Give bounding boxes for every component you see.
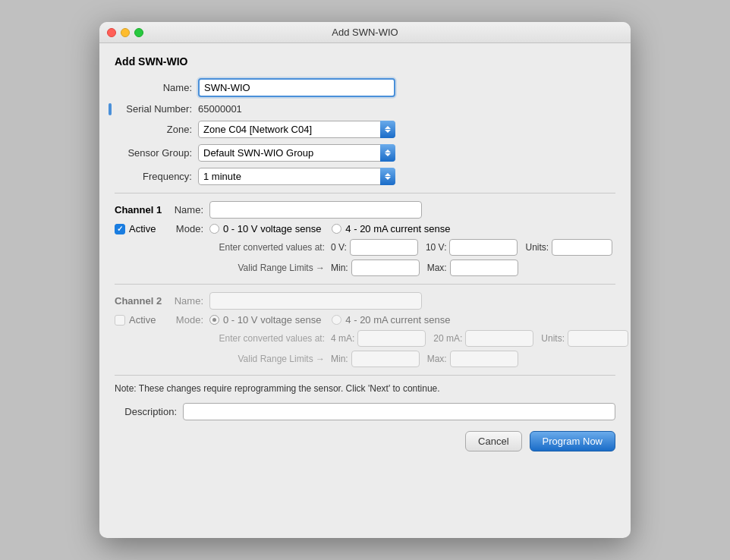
channel2-max-key: Max:	[427, 354, 447, 364]
channel1-units-group: Units:	[525, 239, 612, 256]
frequency-select-wrapper: 1 minute 5 minutes 10 minutes 15 minutes	[198, 168, 395, 185]
serial-value: 65000001	[198, 103, 242, 115]
channel1-units-input[interactable]	[552, 239, 612, 256]
zone-row: Zone: Zone C04 [Network C04]	[115, 121, 615, 138]
frequency-select[interactable]: 1 minute 5 minutes 10 minutes 15 minutes	[198, 168, 395, 185]
description-label: Description:	[115, 406, 183, 417]
channel1-header: Channel 1 Name:	[115, 201, 615, 219]
channel2-name-input[interactable]	[209, 292, 422, 310]
sensor-group-select[interactable]: Default SWN-WIO Group	[198, 144, 395, 162]
channel2-section: Channel 2 Name: Active Mode: 0 - 10 V vo…	[115, 292, 615, 367]
channel1-values-row: Enter converted values at: 0 V: 10 V: Un…	[115, 239, 615, 256]
channel1-mode-group: 0 - 10 V voltage sense 4 - 20 mA current…	[209, 223, 450, 234]
channel1-value1-group: 0 V:	[331, 239, 418, 256]
channel2-current-option[interactable]: 4 - 20 mA current sense	[332, 314, 450, 326]
sensor-group-label: Sensor Group:	[115, 147, 198, 159]
zone-label: Zone:	[115, 124, 198, 135]
channel1-value2-input[interactable]	[449, 239, 518, 256]
channel1-active-checkbox[interactable]	[115, 224, 125, 234]
main-window: Add SWN-WIO Add SWN-WIO Name: Serial Num…	[99, 22, 631, 538]
channel2-voltage-radio[interactable]	[209, 315, 219, 325]
zone-select-wrapper: Zone C04 [Network C04]	[198, 121, 395, 138]
channel2-units-group: Units:	[541, 330, 628, 347]
channel1-current-label: 4 - 20 mA current sense	[345, 223, 450, 234]
channel2-checkbox-wrapper: Active	[115, 314, 171, 326]
channel2-mode-label: Mode:	[171, 314, 209, 326]
frequency-row: Frequency: 1 minute 5 minutes 10 minutes…	[115, 168, 615, 185]
titlebar: Add SWN-WIO	[99, 22, 631, 43]
channel2-max-input[interactable]	[450, 351, 518, 367]
channel2-active-checkbox[interactable]	[115, 315, 125, 326]
channel1-units-key: Units:	[525, 242, 549, 253]
minimize-button[interactable]	[121, 28, 130, 37]
channel2-value2-key: 20 mA:	[433, 333, 462, 344]
traffic-lights	[107, 28, 143, 37]
channel2-active-label: Active	[129, 314, 156, 326]
serial-row: Serial Number: 65000001	[115, 103, 615, 115]
channel2-mode-group: 0 - 10 V voltage sense 4 - 20 mA current…	[209, 314, 450, 326]
sensor-group-select-wrapper: Default SWN-WIO Group	[198, 144, 395, 162]
channel2-value1-group: 4 mA:	[331, 330, 426, 347]
name-input[interactable]	[198, 78, 395, 97]
channel2-voltage-label: 0 - 10 V voltage sense	[223, 314, 321, 326]
description-row: Description:	[115, 403, 615, 420]
channel2-min-input[interactable]	[351, 351, 420, 367]
channel2-range-label: Valid Range Limits →	[209, 354, 331, 364]
channel1-max-key: Max:	[427, 263, 447, 273]
content-area: Add SWN-WIO Name: Serial Number: 6500000…	[99, 43, 631, 468]
channel1-value1-input[interactable]	[350, 239, 418, 256]
channel2-header: Channel 2 Name:	[115, 292, 615, 310]
channel2-name-label: Name:	[171, 295, 209, 307]
channel1-mode-label: Mode:	[171, 223, 209, 234]
channel2-value1-key: 4 mA:	[331, 333, 354, 344]
page-title: Add SWN-WIO	[115, 55, 615, 68]
serial-label: Serial Number:	[115, 103, 198, 115]
channel1-min-input[interactable]	[351, 260, 420, 276]
channel1-active-label: Active	[129, 223, 156, 234]
channel2-value1-input[interactable]	[357, 330, 426, 347]
channel2-min-group: Min:	[331, 351, 420, 367]
name-label: Name:	[115, 82, 198, 93]
channel2-range-row: Valid Range Limits → Min: Max:	[115, 351, 615, 367]
channel1-max-input[interactable]	[450, 260, 518, 276]
channel1-converted-label: Enter converted values at:	[209, 242, 331, 253]
zone-select[interactable]: Zone C04 [Network C04]	[198, 121, 395, 138]
channel1-active-row: Active Mode: 0 - 10 V voltage sense 4 - …	[115, 223, 615, 234]
channel2-value2-group: 20 mA:	[433, 330, 533, 347]
channel2-voltage-option[interactable]: 0 - 10 V voltage sense	[209, 314, 321, 326]
channel1-voltage-option[interactable]: 0 - 10 V voltage sense	[209, 223, 321, 234]
channel1-max-group: Max:	[427, 260, 518, 276]
serial-indicator	[109, 103, 112, 115]
sensor-group-row: Sensor Group: Default SWN-WIO Group	[115, 144, 615, 162]
channel1-value2-key: 10 V:	[426, 242, 447, 253]
divider-1	[115, 193, 615, 193]
channel2-units-input[interactable]	[568, 330, 628, 347]
channel2-min-key: Min:	[331, 354, 348, 364]
name-row: Name:	[115, 78, 615, 97]
channel1-min-group: Min:	[331, 260, 420, 276]
channel2-converted-label: Enter converted values at:	[209, 333, 331, 344]
channel1-current-option[interactable]: 4 - 20 mA current sense	[332, 223, 450, 234]
channel2-units-key: Units:	[541, 333, 565, 344]
channel1-checkbox-wrapper: Active	[115, 223, 171, 234]
cancel-button[interactable]: Cancel	[465, 431, 521, 451]
channel1-voltage-label: 0 - 10 V voltage sense	[223, 223, 321, 234]
divider-2	[115, 284, 615, 285]
program-now-button[interactable]: Program Now	[530, 431, 615, 451]
channel2-max-group: Max:	[427, 351, 518, 367]
divider-3	[115, 375, 615, 376]
description-input[interactable]	[183, 403, 615, 420]
channel2-active-row: Active Mode: 0 - 10 V voltage sense 4 - …	[115, 314, 615, 326]
channel2-current-radio[interactable]	[332, 315, 341, 325]
channel2-value2-input[interactable]	[465, 330, 533, 347]
channel2-current-label: 4 - 20 mA current sense	[345, 314, 450, 326]
close-button[interactable]	[107, 28, 116, 37]
channel1-voltage-radio[interactable]	[209, 224, 219, 234]
channel1-current-radio[interactable]	[332, 224, 341, 234]
channel1-value2-group: 10 V:	[426, 239, 518, 256]
channel1-name-input[interactable]	[209, 201, 422, 219]
maximize-button[interactable]	[134, 28, 143, 37]
channel2-label: Channel 2	[115, 295, 171, 307]
channel2-values-row: Enter converted values at: 4 mA: 20 mA: …	[115, 330, 615, 347]
note-text: Note: These changes require reprogrammin…	[115, 383, 615, 394]
